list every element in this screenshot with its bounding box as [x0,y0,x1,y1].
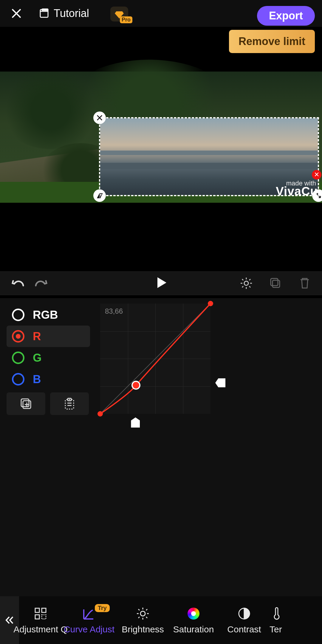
tool-adjustment-q[interactable]: Adjustment Q [20,606,61,634]
slider-knob-x[interactable] [131,417,140,428]
svg-line-21 [100,304,210,414]
undo-icon [11,278,26,289]
redo-button[interactable] [33,278,48,289]
thermometer-icon [270,606,284,621]
svg-marker-9 [157,277,166,288]
play-button[interactable] [154,276,168,290]
curve-coord-label: 83,66 [105,307,123,315]
adjustment-icon [33,606,48,621]
tool-label: Ter [270,624,282,634]
watermark-brand: VivaCu [276,185,318,198]
channel-label: RGB [33,309,58,321]
svg-point-10 [244,281,248,285]
svg-rect-23 [42,608,46,612]
channel-rgb[interactable]: RGB [7,304,90,326]
channel-label: B [33,373,41,386]
paste-button[interactable] [50,392,89,415]
copy-icon [269,277,282,290]
tool-label: Adjustment Q [13,624,68,634]
close-icon [10,7,22,19]
collapse-tools-button[interactable] [0,596,19,644]
undo-button[interactable] [11,278,26,289]
channel-r[interactable]: R [7,326,90,347]
clipboard-icon [63,397,76,410]
redo-icon [33,278,48,289]
tool-temperature[interactable]: Ter [270,606,287,634]
overlay-mirror-handle[interactable] [93,189,106,202]
curve-icon [82,606,96,621]
slider-knob-y[interactable] [215,378,225,387]
tool-strip: Adjustment Q Try Curve Adjust Brightness… [0,596,322,644]
svg-rect-24 [35,615,39,619]
contrast-icon [237,606,251,621]
add-copy-icon [19,397,32,410]
saturation-icon [188,608,199,620]
copy-button[interactable] [269,277,282,290]
remove-limit-button[interactable]: Remove limit [229,30,315,53]
channel-b[interactable]: B [7,369,90,390]
pro-badge[interactable]: Pro [110,7,128,21]
book-icon [39,8,49,19]
curve-point-start[interactable] [97,411,103,417]
channel-label: R [33,330,41,343]
delete-button[interactable] [298,277,311,290]
tool-label: Saturation [173,624,214,634]
tool-label: Curve Adjust [64,624,114,634]
tool-brightness[interactable]: Brightness [117,606,168,634]
watermark-close[interactable]: ✕ [312,170,321,179]
tool-saturation[interactable]: Saturation [168,606,219,634]
svg-rect-11 [273,280,280,287]
add-point-button[interactable] [7,392,45,415]
curve-x-slider[interactable] [100,417,210,428]
pro-tag: Pro [120,16,132,23]
try-tag: Try [95,604,110,612]
curve-adjust-panel: RGB R G B 83,66 [0,298,322,596]
channel-g[interactable]: G [7,347,90,369]
play-icon [154,276,168,289]
svg-rect-12 [271,278,278,286]
mirror-icon [96,192,103,199]
curve-graph[interactable]: 83,66 [100,304,210,414]
svg-rect-22 [35,608,39,612]
overlay-clip [100,118,318,195]
tool-label: Contrast [227,624,261,634]
tool-label: Brightness [122,624,164,634]
trash-icon [298,277,311,290]
overlay-delete-handle[interactable] [93,112,106,124]
svg-rect-13 [21,399,29,407]
settings-button[interactable] [240,277,253,290]
channel-list: RGB R G B [7,304,90,390]
svg-marker-8 [100,193,102,198]
export-button[interactable]: Export [257,6,315,26]
channel-label: G [33,352,42,364]
tutorial-button[interactable]: Tutorial [39,7,89,20]
curve-y-slider[interactable] [215,304,226,414]
tool-contrast[interactable]: Contrast [219,606,270,634]
tool-curve-adjust[interactable]: Try Curve Adjust [61,606,117,634]
tutorial-label: Tutorial [54,7,89,20]
curve-svg [100,304,210,414]
chevron-double-left-icon [4,615,15,625]
preview-canvas[interactable]: ✕ made with VivaCu [0,72,322,203]
close-icon [96,114,103,121]
gear-icon [240,277,253,290]
overlay-selection[interactable]: ✕ made with VivaCu [99,117,319,196]
svg-point-26 [140,611,145,616]
top-bar: Tutorial Pro Export [0,0,322,27]
svg-rect-25 [42,615,46,619]
close-button[interactable] [9,6,24,21]
transport-bar [0,271,322,295]
curve-point-end[interactable] [208,301,213,306]
brightness-icon [136,606,150,621]
svg-marker-7 [97,193,99,198]
curve-actions [7,392,89,415]
